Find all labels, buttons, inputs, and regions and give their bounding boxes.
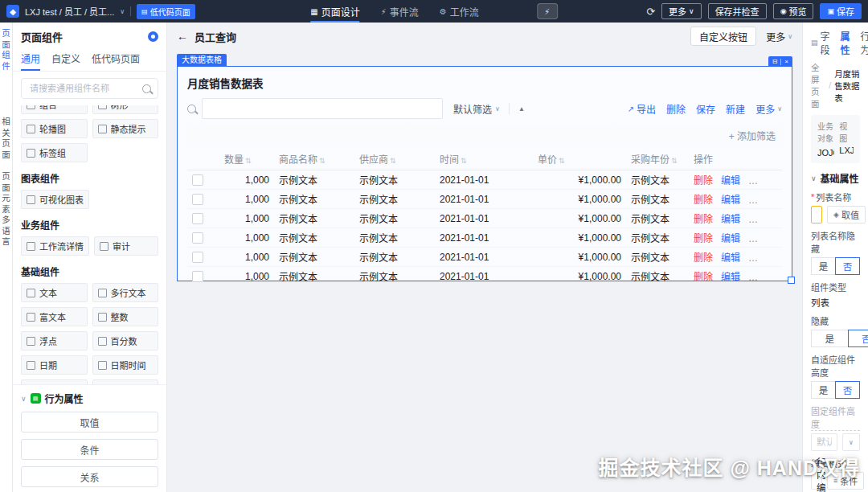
row-checkbox[interactable] [192,194,203,205]
basic-properties-header[interactable]: ∨ 基础属性 [803,163,868,191]
component-item[interactable]: 可视化图表 [21,190,89,209]
panel-pin-icon[interactable] [148,31,158,42]
tab-properties[interactable]: 属性 [841,29,850,56]
column-header[interactable]: 单价⇅ [533,148,626,170]
value-binding-button[interactable]: ◈ 取值 [827,206,866,223]
back-arrow-icon[interactable]: ← [177,30,188,43]
list-name-input[interactable] [811,206,822,223]
column-header[interactable]: 商品名称⇅ [274,148,354,170]
row-delete-button[interactable]: 删除 [694,252,713,264]
row-delete-button[interactable]: 删除 [694,175,713,187]
refresh-icon[interactable]: ⟳ [646,6,655,18]
row-more-icon[interactable]: … [748,252,758,264]
grid-search-input[interactable] [202,98,443,119]
row-delete-button[interactable]: 删除 [694,272,713,283]
breadcrumb-caret-icon[interactable]: ∨ [120,8,125,15]
toggle-yes[interactable]: 是 [811,257,836,275]
tab-behavior[interactable]: 行为 [861,29,868,56]
tab-general[interactable]: 通用 [21,47,40,71]
custom-button[interactable]: 自定义按钮 [690,27,756,46]
behavior-relation-button[interactable]: 关系 [21,466,158,487]
rail-item-related-pages[interactable]: 相关页面 [0,117,12,161]
component-item[interactable]: 审计 [94,236,158,256]
row-checkbox[interactable] [192,174,203,186]
rail-item-page-components[interactable]: 页面组件 [0,29,12,72]
breadcrumb-parent[interactable]: 全屏页面 [811,61,825,109]
dropdown-chevron-icon[interactable]: ∨ [842,433,860,451]
component-item[interactable]: 工作流详情 [21,236,89,256]
row-more-icon[interactable]: … [748,272,758,283]
toggle-yes[interactable]: 是 [811,381,836,399]
toggle-yes[interactable]: 是 [811,330,849,347]
column-header[interactable]: 时间⇅ [435,148,533,170]
behavior-condition-button[interactable]: 条件 [21,439,158,460]
grid-save-button[interactable]: 保存 [696,102,715,116]
toggle-no[interactable]: 否 [835,381,860,399]
save-button[interactable]: ▣ 保存 [820,3,862,19]
grid-more-dropdown[interactable]: 更多 ∨ [755,102,782,116]
canvas-more-dropdown[interactable]: 更多 ∨ [766,30,792,43]
row-edit-button[interactable]: 编辑 [721,175,740,187]
condition-button[interactable]: ≡ 条件 [827,472,864,490]
tab-event-flow[interactable]: ⚡ 事件流 [381,0,419,23]
toggle-no[interactable]: 否 [848,330,868,347]
row-edit-button[interactable]: 编辑 [721,214,740,225]
export-button[interactable]: ↗ 导出 [628,102,656,116]
component-item[interactable]: 多行文本 [92,283,159,302]
row-checkbox[interactable] [192,213,203,224]
component-item[interactable]: 日期时间 [92,355,159,375]
component-item[interactable]: 日期 [21,355,88,375]
rail-item-multilanguage[interactable]: 页面元素多语言 [0,172,12,248]
row-more-icon[interactable]: … [748,175,758,187]
row-edit-button[interactable]: 编辑 [721,195,740,206]
breadcrumb[interactable]: LXJ test / 员工 / 员工... [25,5,114,18]
row-more-icon[interactable]: … [748,195,758,206]
component-item[interactable]: 浮点 [21,331,88,351]
component-item[interactable]: 树形 [92,105,159,114]
tab-workflow[interactable]: ⚙ 工作流 [440,0,479,23]
tab-lowcode-page[interactable]: 低代码页面 [92,47,140,71]
row-checkbox[interactable] [192,232,203,244]
row-edit-button[interactable]: 编辑 [721,252,740,264]
row-checkbox[interactable] [192,252,203,263]
row-delete-button[interactable]: 删除 [694,195,713,206]
tab-custom[interactable]: 自定义 [51,47,80,71]
component-item[interactable]: 百分数 [92,331,159,351]
fixed-height-input[interactable] [811,433,837,451]
grid-delete-button[interactable]: 删除 [666,102,686,116]
default-filter-dropdown[interactable]: 默认筛选 ∨ [453,102,500,116]
component-item[interactable]: 组合 [21,105,88,114]
component-item[interactable]: 轮播图 [21,119,88,138]
minimize-icon[interactable]: ⊟ [772,58,778,65]
more-dropdown-button[interactable]: 更多 ∨ [661,3,702,19]
column-header[interactable]: 数量⇅ [219,148,274,170]
select-all-cell[interactable] [187,148,219,170]
row-delete-button[interactable]: 删除 [694,233,713,244]
tab-page-design[interactable]: ▦ 页面设计 [310,0,359,23]
big-data-grid-component[interactable]: 大数据表格 ⊟ × 月度销售数据表 默认筛选 ∨ ▲ [177,66,792,281]
behavior-value-button[interactable]: 取值 [21,412,158,433]
component-item[interactable]: 文本 [21,283,88,302]
add-filter-button[interactable]: + 添加筛选 [729,129,776,142]
column-header[interactable]: 供应商⇅ [354,148,435,170]
tab-fields[interactable]: ▤ 字段 [811,29,830,56]
grid-create-button[interactable]: 新建 [726,102,745,116]
ai-assistant-button[interactable]: ⚡ [537,3,558,19]
component-item[interactable]: 整数 [92,307,159,326]
component-search-input[interactable] [28,83,137,94]
preview-button[interactable]: ◉ 预览 [773,3,814,19]
component-item[interactable]: 静态提示 [92,119,159,138]
row-edit-button[interactable]: 编辑 [721,233,740,244]
column-header[interactable]: 采购年份⇅ [626,148,689,170]
row-more-icon[interactable]: … [748,214,758,225]
row-edit-button[interactable]: 编辑 [721,272,740,283]
collapse-filter-icon[interactable]: ▲ [518,105,525,113]
behavior-section-header[interactable]: ∨ ▤ 行为属性 [21,392,158,405]
delete-component-icon[interactable]: × [784,58,788,65]
toggle-no[interactable]: 否 [835,257,860,275]
row-checkbox[interactable] [192,271,203,282]
component-item[interactable]: 标签组 [21,143,88,162]
edit-mode-select[interactable]: 行内编辑 ∨ [811,472,822,490]
row-more-icon[interactable]: … [748,233,758,244]
component-item[interactable]: 富文本 [21,307,88,326]
